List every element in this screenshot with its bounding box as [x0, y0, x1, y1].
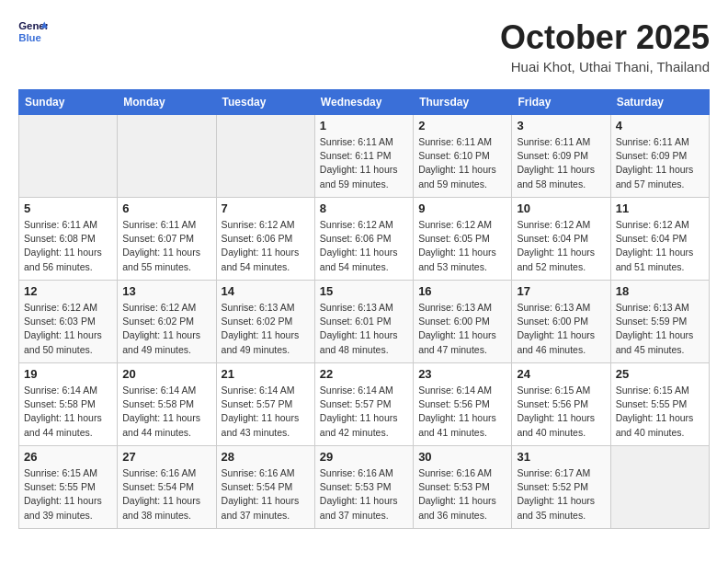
- calendar-cell: 30Sunrise: 6:16 AMSunset: 5:53 PMDayligh…: [414, 446, 512, 529]
- day-info: Sunrise: 6:16 AMSunset: 5:53 PMDaylight:…: [320, 466, 408, 523]
- calendar-cell: 6Sunrise: 6:11 AMSunset: 6:07 PMDaylight…: [118, 198, 216, 281]
- calendar-cell: 29Sunrise: 6:16 AMSunset: 5:53 PMDayligh…: [314, 446, 413, 529]
- day-number: 28: [222, 450, 310, 464]
- day-info: Sunrise: 6:14 AMSunset: 5:57 PMDaylight:…: [320, 384, 408, 440]
- calendar-cell: 28Sunrise: 6:16 AMSunset: 5:54 PMDayligh…: [216, 446, 314, 529]
- day-number: 5: [24, 201, 112, 215]
- day-number: 3: [517, 119, 605, 132]
- day-number: 14: [222, 284, 310, 298]
- calendar-cell: 27Sunrise: 6:16 AMSunset: 5:54 PMDayligh…: [118, 446, 216, 529]
- day-info: Sunrise: 6:13 AMSunset: 6:01 PMDaylight:…: [320, 301, 408, 357]
- calendar-cell: 31Sunrise: 6:17 AMSunset: 5:52 PMDayligh…: [512, 446, 610, 529]
- day-info: Sunrise: 6:12 AMSunset: 6:06 PMDaylight:…: [222, 218, 310, 274]
- calendar-cell: 2Sunrise: 6:11 AMSunset: 6:10 PMDaylight…: [414, 115, 512, 198]
- calendar-cell: 20Sunrise: 6:14 AMSunset: 5:58 PMDayligh…: [118, 363, 216, 446]
- day-info: Sunrise: 6:11 AMSunset: 6:07 PMDaylight:…: [122, 218, 210, 274]
- day-info: Sunrise: 6:15 AMSunset: 5:55 PMDaylight:…: [616, 384, 704, 440]
- day-info: Sunrise: 6:13 AMSunset: 6:00 PMDaylight:…: [517, 301, 605, 357]
- calendar-cell: 21Sunrise: 6:14 AMSunset: 5:57 PMDayligh…: [216, 363, 314, 446]
- weekday-header-wednesday: Wednesday: [314, 90, 413, 115]
- calendar-cell: [19, 115, 118, 198]
- calendar-cell: 9Sunrise: 6:12 AMSunset: 6:05 PMDaylight…: [414, 198, 512, 281]
- calendar-cell: 19Sunrise: 6:14 AMSunset: 5:58 PMDayligh…: [19, 363, 118, 446]
- day-info: Sunrise: 6:14 AMSunset: 5:57 PMDaylight:…: [222, 384, 310, 440]
- day-number: 22: [320, 367, 408, 381]
- day-info: Sunrise: 6:16 AMSunset: 5:54 PMDaylight:…: [122, 466, 210, 523]
- day-info: Sunrise: 6:13 AMSunset: 5:59 PMDaylight:…: [616, 301, 704, 357]
- day-info: Sunrise: 6:12 AMSunset: 6:02 PMDaylight:…: [122, 301, 210, 357]
- day-number: 2: [418, 119, 506, 132]
- calendar-cell: [118, 115, 216, 198]
- day-info: Sunrise: 6:14 AMSunset: 5:58 PMDaylight:…: [24, 384, 112, 440]
- logo-icon: General Blue: [18, 18, 48, 44]
- day-number: 17: [517, 284, 605, 298]
- day-info: Sunrise: 6:11 AMSunset: 6:11 PMDaylight:…: [320, 135, 408, 191]
- calendar-cell: 15Sunrise: 6:13 AMSunset: 6:01 PMDayligh…: [314, 281, 413, 363]
- logo: General Blue: [18, 18, 48, 44]
- day-number: 18: [616, 284, 704, 298]
- weekday-header-saturday: Saturday: [610, 90, 709, 115]
- day-number: 31: [517, 450, 605, 464]
- day-info: Sunrise: 6:12 AMSunset: 6:05 PMDaylight:…: [418, 218, 506, 274]
- day-info: Sunrise: 6:12 AMSunset: 6:04 PMDaylight:…: [517, 218, 605, 274]
- svg-text:Blue: Blue: [18, 32, 41, 43]
- day-number: 30: [418, 450, 506, 464]
- calendar-cell: 26Sunrise: 6:15 AMSunset: 5:55 PMDayligh…: [19, 446, 118, 529]
- day-number: 20: [122, 367, 210, 381]
- calendar-cell: 14Sunrise: 6:13 AMSunset: 6:02 PMDayligh…: [216, 281, 314, 363]
- day-number: 21: [222, 367, 310, 381]
- day-info: Sunrise: 6:17 AMSunset: 5:52 PMDaylight:…: [517, 466, 605, 523]
- calendar-cell: [610, 446, 709, 529]
- day-info: Sunrise: 6:12 AMSunset: 6:06 PMDaylight:…: [320, 218, 408, 274]
- calendar-cell: 24Sunrise: 6:15 AMSunset: 5:56 PMDayligh…: [512, 363, 610, 446]
- day-info: Sunrise: 6:16 AMSunset: 5:53 PMDaylight:…: [418, 466, 506, 523]
- weekday-header-monday: Monday: [118, 90, 216, 115]
- location-subtitle: Huai Khot, Uthai Thani, Thailand: [500, 59, 710, 75]
- day-info: Sunrise: 6:11 AMSunset: 6:09 PMDaylight:…: [616, 135, 704, 191]
- calendar-cell: 3Sunrise: 6:11 AMSunset: 6:09 PMDaylight…: [512, 115, 610, 198]
- calendar-cell: 13Sunrise: 6:12 AMSunset: 6:02 PMDayligh…: [118, 281, 216, 363]
- calendar-cell: 23Sunrise: 6:14 AMSunset: 5:56 PMDayligh…: [414, 363, 512, 446]
- calendar-cell: 16Sunrise: 6:13 AMSunset: 6:00 PMDayligh…: [414, 281, 512, 363]
- day-info: Sunrise: 6:15 AMSunset: 5:56 PMDaylight:…: [517, 384, 605, 440]
- day-info: Sunrise: 6:15 AMSunset: 5:55 PMDaylight:…: [24, 466, 112, 523]
- title-block: October 2025 Huai Khot, Uthai Thani, Tha…: [500, 18, 710, 75]
- calendar-cell: 8Sunrise: 6:12 AMSunset: 6:06 PMDaylight…: [314, 198, 413, 281]
- calendar-cell: 25Sunrise: 6:15 AMSunset: 5:55 PMDayligh…: [610, 363, 709, 446]
- day-info: Sunrise: 6:13 AMSunset: 6:00 PMDaylight:…: [418, 301, 506, 357]
- day-number: 16: [418, 284, 506, 298]
- calendar-table: SundayMondayTuesdayWednesdayThursdayFrid…: [18, 89, 710, 529]
- month-title: October 2025: [500, 18, 710, 57]
- day-number: 29: [320, 450, 408, 464]
- calendar-cell: 22Sunrise: 6:14 AMSunset: 5:57 PMDayligh…: [314, 363, 413, 446]
- day-number: 25: [616, 367, 704, 381]
- calendar-cell: 5Sunrise: 6:11 AMSunset: 6:08 PMDaylight…: [19, 198, 118, 281]
- day-info: Sunrise: 6:11 AMSunset: 6:10 PMDaylight:…: [418, 135, 506, 191]
- day-number: 12: [24, 284, 112, 298]
- calendar-cell: 4Sunrise: 6:11 AMSunset: 6:09 PMDaylight…: [610, 115, 709, 198]
- day-number: 23: [418, 367, 506, 381]
- day-number: 11: [616, 201, 704, 215]
- calendar-cell: 11Sunrise: 6:12 AMSunset: 6:04 PMDayligh…: [610, 198, 709, 281]
- day-number: 27: [122, 450, 210, 464]
- calendar-cell: 1Sunrise: 6:11 AMSunset: 6:11 PMDaylight…: [314, 115, 413, 198]
- weekday-header-tuesday: Tuesday: [216, 90, 314, 115]
- calendar-cell: 18Sunrise: 6:13 AMSunset: 5:59 PMDayligh…: [610, 281, 709, 363]
- day-info: Sunrise: 6:12 AMSunset: 6:03 PMDaylight:…: [24, 301, 112, 357]
- day-number: 9: [418, 201, 506, 215]
- day-number: 1: [320, 119, 408, 132]
- day-info: Sunrise: 6:14 AMSunset: 5:56 PMDaylight:…: [418, 384, 506, 440]
- calendar-cell: 12Sunrise: 6:12 AMSunset: 6:03 PMDayligh…: [19, 281, 118, 363]
- day-number: 26: [24, 450, 112, 464]
- day-info: Sunrise: 6:12 AMSunset: 6:04 PMDaylight:…: [616, 218, 704, 274]
- page-header: General Blue October 2025 Huai Khot, Uth…: [18, 18, 710, 75]
- day-number: 7: [222, 201, 310, 215]
- day-number: 13: [122, 284, 210, 298]
- day-number: 19: [24, 367, 112, 381]
- calendar-cell: 10Sunrise: 6:12 AMSunset: 6:04 PMDayligh…: [512, 198, 610, 281]
- weekday-header-thursday: Thursday: [414, 90, 512, 115]
- day-number: 6: [122, 201, 210, 215]
- weekday-header-sunday: Sunday: [19, 90, 118, 115]
- day-number: 8: [320, 201, 408, 215]
- day-info: Sunrise: 6:11 AMSunset: 6:08 PMDaylight:…: [24, 218, 112, 274]
